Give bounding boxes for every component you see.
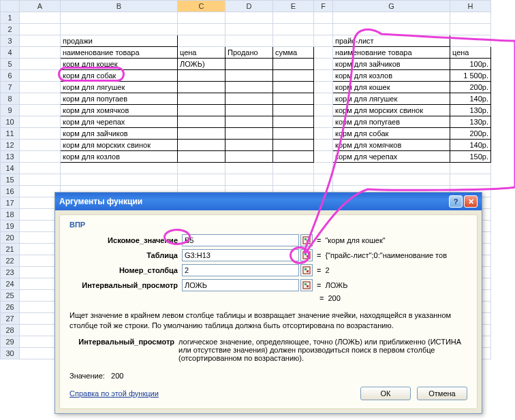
cell-H12[interactable]: 140р.	[450, 140, 491, 151]
row-header-29[interactable]: 29	[1, 336, 20, 348]
cell-H9[interactable]: 130р.	[450, 105, 491, 116]
cell-E3[interactable]	[273, 35, 314, 47]
cell-A1[interactable]	[20, 12, 61, 24]
cell-B12[interactable]: корм для морских свинок	[61, 140, 178, 151]
cell-A3[interactable]	[20, 35, 61, 47]
ref-picker-icon[interactable]	[300, 234, 313, 246]
cell-F6[interactable]	[314, 70, 333, 82]
cell-H10[interactable]: 130р.	[450, 116, 491, 128]
cell-C7[interactable]	[178, 82, 225, 93]
row-header-9[interactable]: 9	[1, 105, 20, 116]
row-header-16[interactable]: 16	[1, 186, 20, 197]
cell-F14[interactable]	[314, 163, 333, 174]
ok-button[interactable]: ОК	[360, 387, 411, 400]
cell-A9[interactable]	[20, 105, 61, 116]
row-header-20[interactable]: 20	[1, 232, 20, 244]
cell-H1[interactable]	[450, 12, 491, 24]
cell-F15[interactable]	[314, 174, 333, 186]
cell-F7[interactable]	[314, 82, 333, 93]
cell-D7[interactable]	[225, 82, 273, 93]
cell-D13[interactable]	[225, 151, 273, 163]
row-header-1[interactable]: 1	[1, 12, 20, 24]
cell-A14[interactable]	[20, 163, 61, 174]
cell-A10[interactable]	[20, 116, 61, 128]
cell-B2[interactable]	[61, 24, 178, 35]
cell-B13[interactable]: корм для козлов	[61, 151, 178, 163]
cell-E7[interactable]	[273, 82, 314, 93]
row-header-24[interactable]: 24	[1, 278, 20, 290]
cell-C1[interactable]	[178, 12, 225, 24]
row-header-8[interactable]: 8	[1, 93, 20, 105]
cell-C9[interactable]	[178, 105, 225, 116]
cell-A7[interactable]	[20, 82, 61, 93]
cell-F5[interactable]	[314, 59, 333, 70]
cell-A8[interactable]	[20, 93, 61, 105]
cell-G12[interactable]: корм для хомячков	[333, 140, 450, 151]
cell-F3[interactable]	[314, 35, 333, 47]
cell-D1[interactable]	[225, 12, 273, 24]
help-icon[interactable]: ?	[449, 195, 463, 208]
cell-B4[interactable]: наименование товара	[61, 47, 178, 59]
cell-D15[interactable]	[225, 174, 273, 186]
cell-D9[interactable]	[225, 105, 273, 116]
cell-F13[interactable]	[314, 151, 333, 163]
cell-H8[interactable]: 140р.	[450, 93, 491, 105]
cell-E9[interactable]	[273, 105, 314, 116]
cell-F11[interactable]	[314, 128, 333, 140]
row-header-17[interactable]: 17	[1, 197, 20, 209]
row-header-2[interactable]: 2	[1, 24, 20, 35]
cell-G9[interactable]: корм для морских свинок	[333, 105, 450, 116]
cell-H2[interactable]	[450, 24, 491, 35]
cell-B5[interactable]: корм для кошек	[61, 59, 178, 70]
cell-B3[interactable]: продажи	[61, 35, 178, 47]
cell-E1[interactable]	[273, 12, 314, 24]
cell-C13[interactable]	[178, 151, 225, 163]
col-header-G[interactable]: G	[333, 1, 450, 12]
cell-H6[interactable]: 1 500р.	[450, 70, 491, 82]
cell-C12[interactable]	[178, 140, 225, 151]
cell-F8[interactable]	[314, 93, 333, 105]
cell-D11[interactable]	[225, 128, 273, 140]
col-header-B[interactable]: B	[61, 1, 178, 12]
cell-G3[interactable]: прайс-лист	[333, 35, 450, 47]
cell-H13[interactable]: 150р.	[450, 151, 491, 163]
cell-F4[interactable]	[314, 47, 333, 59]
col-header-H[interactable]: H	[450, 1, 491, 12]
cell-E14[interactable]	[273, 163, 314, 174]
cell-C15[interactable]	[178, 174, 225, 186]
close-icon[interactable]: ✕	[464, 195, 478, 208]
cell-H3[interactable]	[450, 35, 491, 47]
cell-C6[interactable]	[178, 70, 225, 82]
ref-picker-icon[interactable]	[300, 264, 313, 276]
cell-H7[interactable]: 200р.	[450, 82, 491, 93]
cell-C8[interactable]	[178, 93, 225, 105]
row-header-10[interactable]: 10	[1, 116, 20, 128]
cell-F12[interactable]	[314, 140, 333, 151]
cell-B6[interactable]: корм для собак	[61, 70, 178, 82]
cell-G13[interactable]: корм для черепах	[333, 151, 450, 163]
cell-B11[interactable]: корм для зайчиков	[61, 128, 178, 140]
cell-A2[interactable]	[20, 24, 61, 35]
cell-B7[interactable]: корм для лягушек	[61, 82, 178, 93]
cell-A5[interactable]	[20, 59, 61, 70]
cell-D14[interactable]	[225, 163, 273, 174]
row-header-11[interactable]: 11	[1, 128, 20, 140]
col-header-E[interactable]: E	[273, 1, 314, 12]
row-header-26[interactable]: 26	[1, 302, 20, 313]
cell-E4[interactable]: сумма	[273, 47, 314, 59]
row-header-27[interactable]: 27	[1, 313, 20, 325]
row-header-15[interactable]: 15	[1, 174, 20, 186]
cancel-button[interactable]: Отмена	[417, 387, 467, 400]
ref-picker-icon[interactable]	[300, 279, 313, 291]
cell-D6[interactable]	[225, 70, 273, 82]
cell-B9[interactable]: корм для хомячков	[61, 105, 178, 116]
cell-A15[interactable]	[20, 174, 61, 186]
row-header-4[interactable]: 4	[1, 47, 20, 59]
col-header-F[interactable]: F	[314, 1, 333, 12]
cell-E10[interactable]	[273, 116, 314, 128]
cell-F9[interactable]	[314, 105, 333, 116]
cell-G11[interactable]: корм для собак	[333, 128, 450, 140]
cell-G4[interactable]: наименование товара	[333, 47, 450, 59]
cell-B15[interactable]	[61, 174, 178, 186]
row-header-25[interactable]: 25	[1, 290, 20, 302]
